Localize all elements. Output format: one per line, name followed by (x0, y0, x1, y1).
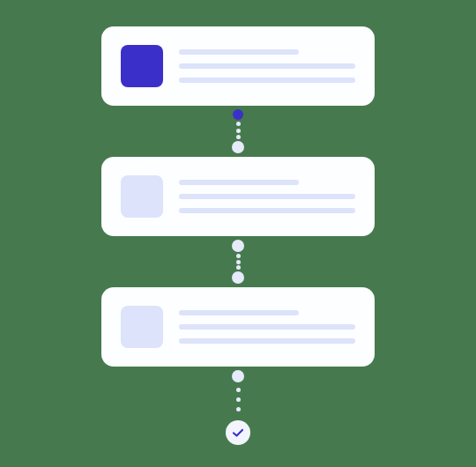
step-text-placeholder (179, 180, 355, 213)
step-card (101, 157, 375, 236)
placeholder-line (179, 180, 299, 185)
step-card (101, 287, 375, 367)
connector-dot (236, 122, 241, 126)
step-card (101, 26, 375, 106)
step-text-placeholder (179, 310, 355, 344)
placeholder-line (179, 310, 299, 315)
connector-dot-large (232, 141, 244, 153)
placeholder-line (179, 78, 355, 83)
step-icon (121, 175, 163, 218)
connector-dot (236, 397, 241, 402)
placeholder-line (179, 324, 355, 330)
connector-dot-large (232, 271, 244, 284)
step-text-placeholder (179, 49, 355, 83)
connector-tail (226, 367, 250, 445)
complete-badge (226, 420, 250, 445)
connector-dot-large (232, 370, 244, 382)
connector-dot (236, 129, 241, 133)
placeholder-line (179, 63, 355, 69)
connector-dot (236, 388, 241, 392)
placeholder-line (179, 194, 355, 199)
step-icon (121, 306, 163, 348)
checkmark-icon (231, 426, 245, 440)
connector (232, 236, 244, 287)
connector-dot-active (233, 109, 243, 120)
connector-dot (236, 265, 241, 270)
step-icon (121, 45, 163, 87)
placeholder-line (179, 208, 355, 213)
connector-dot (236, 407, 241, 411)
connector (232, 106, 244, 157)
connector-dot (236, 254, 241, 258)
placeholder-line (179, 338, 355, 344)
connector-dot (236, 260, 241, 264)
placeholder-line (179, 49, 299, 55)
connector-dot-large (232, 240, 244, 252)
connector-dot (236, 135, 241, 139)
